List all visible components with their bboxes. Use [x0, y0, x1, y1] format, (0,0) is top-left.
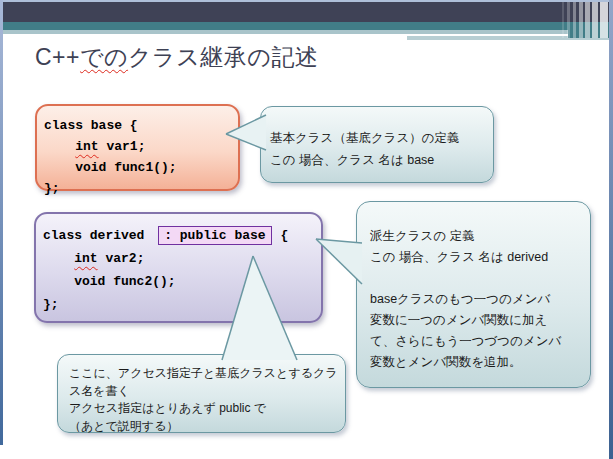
header-navy-bar: [3, 2, 609, 22]
code-line: };: [43, 293, 321, 316]
slide-frame-left: [0, 0, 3, 445]
callout-base-definition: 基本クラス（基底クラス）の定義 この 場合、クラス 名は base: [260, 106, 494, 183]
code-text: {: [273, 228, 289, 243]
callout-line: ス名を書く: [69, 383, 345, 401]
derived-class-code-box: class derived : public base { int var2; …: [34, 212, 323, 323]
callout-line: この 場合、クラス 名は base: [270, 149, 493, 171]
callout-line: て、さらにもう一つづつのメンバ: [370, 331, 590, 352]
callout-line: 基本クラス（基底クラス）の定義: [270, 127, 493, 149]
callout-line: [370, 268, 590, 289]
base-class-code-box: class base { int var1; void func1(); };: [35, 104, 240, 191]
slide-frame-top: [0, 0, 613, 2]
code-indent: [43, 251, 74, 266]
header-vertical-stripes: [562, 2, 609, 38]
slide-title: C++でのクラス継承の記述: [35, 42, 318, 73]
code-text: class derived: [43, 228, 152, 243]
callout-line: 変数とメンバ関数を追加。: [370, 352, 590, 373]
callout-line: 派生クラスの 定義: [370, 226, 590, 247]
callout-line: アクセス指定はとりあえず public で: [69, 400, 345, 418]
callout-line: 変数に一つのメンバ関数に加え: [370, 310, 590, 331]
code-line: class derived : public base {: [43, 224, 321, 247]
code-text: var2;: [98, 251, 145, 266]
callout-derived-definition: 派生クラスの 定義 この 場合、クラス 名は derived baseクラスのも…: [356, 201, 591, 388]
code-line: int var2;: [43, 247, 321, 270]
callout-line: ここに、アクセス指定子と基底クラスとするクラ: [69, 365, 345, 383]
header-teal-bar: [3, 22, 609, 30]
int-keyword-spellcheck: int: [74, 251, 97, 266]
callout-line: （あとで説明する）: [69, 418, 345, 436]
title-spellcheck-squiggle: での: [80, 44, 128, 70]
code-line: };: [44, 178, 238, 199]
callout-line: この 場合、クラス 名は derived: [370, 247, 590, 268]
code-line: class base {: [44, 115, 238, 136]
slide-frame-right: [609, 0, 613, 459]
slide-canvas: C++でのクラス継承の記述 class base { int var1; voi…: [0, 0, 613, 459]
code-line: void func1();: [44, 157, 238, 178]
callout-line: baseクラスのもつ一つのメンバ: [370, 289, 590, 310]
callout-access-specifier-note: ここに、アクセス指定子と基底クラスとするクラ ス名を書く アクセス指定はとりあえ…: [57, 354, 346, 433]
code-text: var1;: [99, 139, 146, 154]
title-text-rest: クラス継承の記述: [128, 44, 318, 70]
inheritance-highlight-box: : public base: [158, 226, 271, 245]
code-indent: [44, 139, 75, 154]
code-line: void func2();: [43, 270, 321, 293]
int-keyword-spellcheck: int: [75, 139, 98, 154]
title-text: C++: [35, 44, 80, 70]
code-line: int var1;: [44, 136, 238, 157]
